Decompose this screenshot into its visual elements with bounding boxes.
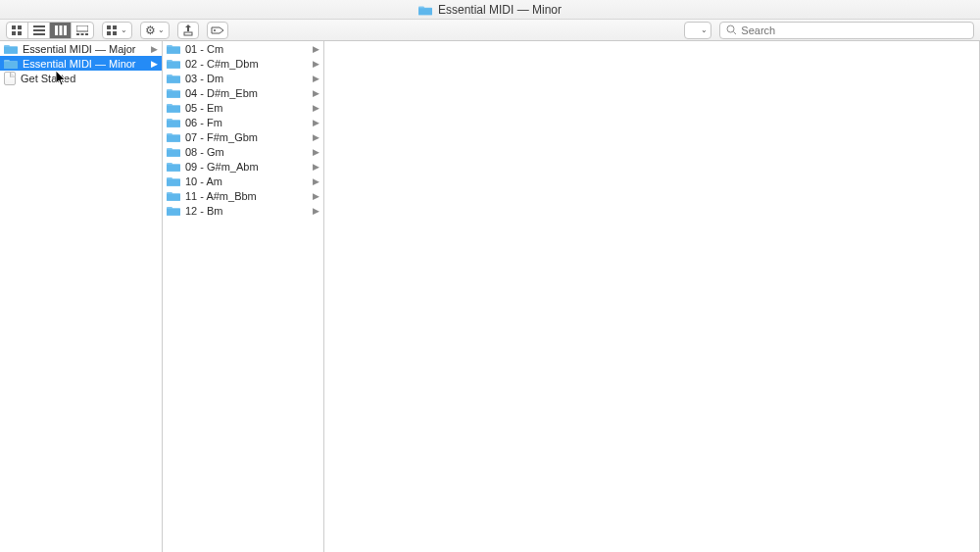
folder-icon [167,43,180,54]
svg-rect-5 [33,29,45,31]
list-item[interactable]: Essential MIDI — Minor▶ [0,56,162,71]
item-label: Essential MIDI — Minor [23,58,136,70]
chevron-right-icon: ▶ [313,59,319,69]
item-label: Get Started [21,73,75,84]
svg-point-20 [727,25,734,32]
folder-icon [4,58,18,69]
item-label: 11 - A#m_Bbm [185,190,257,202]
item-label: 01 - Cm [185,43,223,55]
tags-button[interactable] [207,22,228,39]
folder-icon [4,43,18,54]
list-item[interactable]: 02 - C#m_Dbm▶ [163,56,323,71]
list-item[interactable]: 11 - A#m_Bbm▶ [163,188,323,203]
folder-icon [167,73,180,83]
search-field[interactable] [719,22,974,39]
view-mode-segment [6,22,94,39]
list-item[interactable]: 09 - G#m_Abm▶ [163,159,323,174]
chevron-down-icon: ⌄ [121,25,127,34]
list-item[interactable]: 06 - Fm▶ [163,115,323,129]
action-menu-button[interactable]: ⚙ ⌄ [140,22,170,39]
list-item[interactable]: 01 - Cm▶ [163,41,323,56]
folder-icon [167,190,180,201]
view-gallery-button[interactable] [72,23,93,38]
chevron-right-icon: ▶ [151,44,158,54]
gear-icon: ⚙ [145,25,156,36]
column-1[interactable]: Essential MIDI — Major▶Essential MIDI — … [0,41,163,552]
chevron-right-icon: ▶ [313,162,319,172]
svg-rect-15 [113,25,117,29]
item-label: 05 - Em [185,102,223,114]
svg-rect-3 [18,31,22,35]
folder-icon [167,131,180,142]
window-title: Essential MIDI — Minor [438,3,562,17]
item-label: 09 - G#m_Abm [185,161,259,173]
svg-rect-17 [113,31,117,35]
title-bar: Essential MIDI — Minor [0,0,980,20]
column-view: Essential MIDI — Major▶Essential MIDI — … [0,41,980,552]
svg-rect-9 [64,25,67,35]
folder-icon [167,58,180,69]
group-by-button[interactable]: ⌄ [102,22,132,39]
svg-rect-14 [107,25,111,29]
item-label: 02 - C#m_Dbm [185,58,259,70]
svg-rect-13 [85,33,88,35]
item-label: 10 - Am [185,176,222,187]
grid-icon [107,25,119,35]
item-label: 12 - Bm [185,205,223,217]
svg-point-19 [214,29,216,31]
folder-icon [167,205,180,216]
svg-rect-6 [33,33,45,35]
svg-rect-0 [12,25,16,29]
svg-rect-10 [76,25,88,31]
column-2[interactable]: 01 - Cm▶02 - C#m_Dbm▶03 - Dm▶04 - D#m_Eb… [163,41,324,552]
svg-rect-2 [12,31,16,35]
item-label: 03 - Dm [185,73,223,84]
toolbar: ⌄ ⚙ ⌄ ⌄ [0,20,980,41]
chevron-right-icon: ▶ [313,176,319,186]
item-label: 04 - D#m_Ebm [185,87,258,99]
list-item[interactable]: Get Started [0,71,162,85]
search-icon [726,25,736,35]
folder-icon [418,4,432,16]
view-columns-button[interactable] [50,23,72,38]
chevron-right-icon: ▶ [313,206,319,216]
folder-icon [167,176,180,186]
view-icon-button[interactable] [7,23,28,38]
list-item[interactable]: 05 - Em▶ [163,100,323,115]
item-label: 08 - Gm [185,146,224,158]
list-item[interactable]: 04 - D#m_Ebm▶ [163,85,323,100]
item-label: 07 - F#m_Gbm [185,131,258,143]
folder-icon [167,117,180,127]
chevron-right-icon: ▶ [313,147,319,157]
chevron-right-icon: ▶ [313,88,319,98]
list-item[interactable]: 08 - Gm▶ [163,144,323,159]
chevron-right-icon: ▶ [313,103,319,113]
chevron-right-icon: ▶ [313,44,319,54]
svg-rect-8 [59,25,62,35]
chevron-right-icon: ▶ [313,74,319,83]
svg-rect-16 [107,31,111,35]
share-button[interactable] [177,22,199,39]
chevron-right-icon: ▶ [313,132,319,142]
column-3[interactable] [324,41,980,552]
svg-rect-11 [76,33,79,35]
list-item[interactable]: 12 - Bm▶ [163,203,323,218]
chevron-right-icon: ▶ [313,191,319,201]
svg-rect-12 [81,33,84,35]
svg-line-21 [734,32,737,35]
svg-rect-1 [18,25,22,29]
list-item[interactable]: 10 - Am▶ [163,174,323,188]
view-list-button[interactable] [28,23,50,38]
list-item[interactable]: Essential MIDI — Major▶ [0,41,162,56]
list-item[interactable]: 03 - Dm▶ [163,71,323,85]
folder-icon [167,87,180,98]
chevron-right-icon: ▶ [313,118,319,127]
list-item[interactable]: 07 - F#m_Gbm▶ [163,129,323,144]
item-label: 06 - Fm [185,117,222,128]
search-input[interactable] [741,25,967,36]
folder-icon [167,146,180,157]
path-dropdown[interactable]: ⌄ [684,22,711,39]
folder-icon [167,102,180,113]
item-label: Essential MIDI — Major [23,43,136,55]
chevron-right-icon: ▶ [151,59,158,69]
